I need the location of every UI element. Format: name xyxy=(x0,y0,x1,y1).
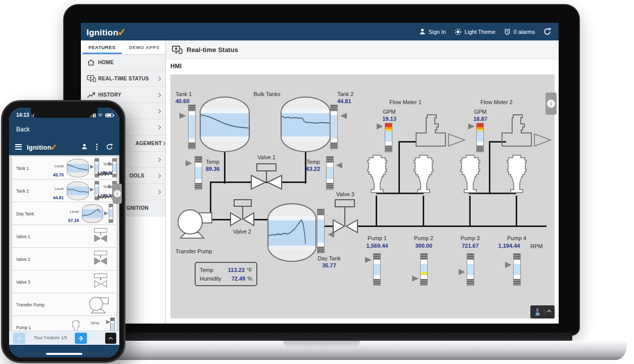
sidebar-tabs: FEATURES DEMO APPS xyxy=(81,40,165,55)
monitor-phone-icon xyxy=(87,75,98,82)
pointer-icon xyxy=(108,185,112,189)
pump1-gauge xyxy=(373,253,381,286)
tank2-level-pointer xyxy=(340,113,347,119)
level-label: Level xyxy=(55,187,64,191)
row-name: Tank 2 xyxy=(16,189,29,194)
kebab-menu-icon[interactable] xyxy=(96,143,98,151)
tank1-label: Tank 1 xyxy=(175,91,192,97)
bulk-tanks-label: Bulk Tanks xyxy=(244,91,290,97)
tour-bar: Tour Feature 1/5 xyxy=(9,331,119,345)
env-temp-value: 113.23 xyxy=(225,266,245,274)
location-icon xyxy=(31,113,35,117)
pump-icon xyxy=(88,296,109,314)
alarms-button[interactable]: 0 alarms xyxy=(504,28,535,35)
home-indicator[interactable] xyxy=(46,353,82,355)
alarms-label: 0 alarms xyxy=(514,29,535,35)
phone-screen: 14:13 Back Ignition✓ xyxy=(9,108,119,357)
valve1-icon xyxy=(250,174,283,190)
sign-in-button[interactable]: Sign In xyxy=(419,28,446,35)
back-button[interactable]: Back xyxy=(16,126,30,133)
tank2-vessel xyxy=(281,97,331,152)
day-tank-vessel xyxy=(267,203,316,262)
pointer-icon xyxy=(90,165,94,169)
day-tank-label: Day Tank xyxy=(313,255,345,261)
collapse-button[interactable] xyxy=(105,333,116,344)
level-label: Level xyxy=(70,209,79,214)
tour-prev-button[interactable] xyxy=(13,333,25,344)
section-title: HMI xyxy=(170,63,182,70)
refresh-icon[interactable] xyxy=(543,27,552,36)
phone-ignition-logo: Ignition✓ xyxy=(27,142,58,152)
tab-demo-apps[interactable]: DEMO APPS xyxy=(123,40,166,54)
tank1-level-gauge xyxy=(188,105,196,149)
flask-icon xyxy=(535,308,541,315)
flow-meter2-unit: GPM xyxy=(468,109,493,115)
pump2-pointer xyxy=(412,276,419,282)
rpm-unit-label: RPM xyxy=(530,243,542,249)
temp2-value: 63.22 xyxy=(292,166,320,172)
temp2-label: Temp xyxy=(292,159,320,165)
chevron-right-icon xyxy=(157,93,161,97)
pipe xyxy=(423,196,424,227)
transfer-pump-icon xyxy=(176,206,213,240)
bottom-toolbar[interactable] xyxy=(530,305,555,318)
env-hum-value: 72.49 xyxy=(225,274,245,283)
flow-meter2-pointer xyxy=(468,123,475,129)
flow-meter2-gauge xyxy=(476,123,484,152)
tab-features[interactable]: FEATURES xyxy=(81,40,123,54)
sidebar-item-real-time-status[interactable]: REAL-TIME STATUS xyxy=(81,71,165,87)
person-icon[interactable] xyxy=(81,143,88,150)
pipe xyxy=(356,225,547,227)
day-tank-value: 35.77 xyxy=(313,262,345,268)
wifi-icon xyxy=(98,113,103,117)
laptop-screen: Ignition✓ Sign In Light Theme 0 alarms xyxy=(81,23,559,324)
list-item-tank2: Tank 2 Level44.81 Temp70.31 xyxy=(12,179,116,202)
flow-meter1-label: Flow Meter 1 xyxy=(383,99,428,105)
tank1-trend xyxy=(201,109,249,137)
pump4-value: 1,194.44 xyxy=(490,243,528,249)
chevron-right-icon xyxy=(157,125,161,129)
sidebar-item-label: OOLS xyxy=(129,173,145,178)
transfer-pump-label: Transfer Pump xyxy=(175,248,212,254)
phone-notch xyxy=(31,108,98,118)
person-icon xyxy=(419,28,426,35)
pump1-label: Pump 1 xyxy=(361,235,393,241)
hmi-canvas: Bulk Tanks Tank 1 40.60 Tank 2 44.81 Tem… xyxy=(170,74,555,318)
day-tank-trend xyxy=(268,217,315,246)
chevron-right-icon xyxy=(157,173,161,177)
ignition-logo: Ignition✓ xyxy=(86,26,127,38)
pipe xyxy=(469,196,471,227)
row-name: Day Tank xyxy=(16,211,34,216)
flow-meter1-value: 19.13 xyxy=(375,116,404,122)
pipe xyxy=(376,196,377,227)
theme-toggle[interactable]: Light Theme xyxy=(454,28,495,36)
phone-info-tab[interactable]: i xyxy=(113,184,122,204)
home-icon xyxy=(87,59,98,66)
row-name: Pump 1 xyxy=(16,325,31,330)
tour-label: Tour Feature 1/5 xyxy=(28,335,73,340)
rpm-label: RPM xyxy=(91,321,100,326)
pump3-icon xyxy=(456,154,484,197)
flow-meter2-label: Flow Meter 2 xyxy=(474,99,519,105)
env-temp-unit: °F xyxy=(247,266,252,274)
flow-meter2-icon xyxy=(498,113,555,149)
mini-gauge xyxy=(109,204,113,223)
tour-next-button[interactable] xyxy=(75,333,87,344)
valve3-actuator-box xyxy=(335,199,355,207)
mini-tank-icon xyxy=(67,181,89,200)
chevron-right-icon xyxy=(157,190,161,194)
temp2-gauge xyxy=(326,156,334,190)
pipe xyxy=(211,219,231,220)
refresh-icon[interactable] xyxy=(106,143,113,151)
sidebar-item-home[interactable]: HOME xyxy=(81,55,165,71)
list-item-valve1: Valve 1 xyxy=(12,225,116,248)
pump2-gauge xyxy=(420,253,428,286)
tank1-vessel xyxy=(200,97,250,152)
day-tank-gauge xyxy=(317,209,325,253)
menu-icon[interactable] xyxy=(15,143,22,151)
row-name: Valve 1 xyxy=(16,234,30,239)
valve1-actuator-box xyxy=(256,163,277,171)
chevron-right-icon xyxy=(157,109,161,113)
info-tab[interactable]: i xyxy=(546,93,557,115)
logo-check-icon: ✓ xyxy=(117,26,126,38)
